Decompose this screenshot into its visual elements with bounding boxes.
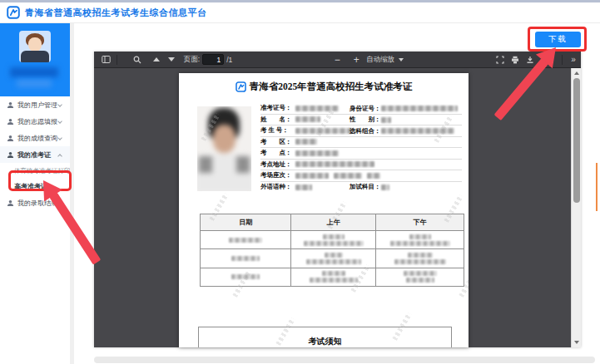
ticket-fields: 准考证号： 身份证号： 姓 名： 性 别： 考 生 号： 选科组合： 考 区： … bbox=[260, 103, 462, 193]
presentation-mode-button[interactable] bbox=[493, 53, 507, 66]
zoom-mode-label: 自动缩放 bbox=[366, 55, 394, 65]
sidebar-item-score-query[interactable]: 我的成绩查询 bbox=[0, 130, 70, 146]
fullscreen-icon bbox=[496, 56, 504, 64]
notice-title: 考试须知 bbox=[199, 336, 451, 347]
redacted-cell bbox=[376, 231, 464, 249]
download-file-button[interactable] bbox=[523, 53, 537, 66]
ticket-field-row: 姓 名： 性 别： bbox=[260, 115, 462, 126]
field-label: 考场座次： bbox=[260, 171, 295, 180]
zoom-in-button[interactable]: + bbox=[350, 53, 363, 66]
app-title: 青海省普通高校招生考试考生综合信息平台 bbox=[25, 7, 207, 19]
page-count: /1 bbox=[226, 56, 232, 64]
more-tools-button[interactable]: » bbox=[567, 53, 580, 66]
ticket-field-row: 考 区： bbox=[260, 137, 462, 149]
page-up-button[interactable] bbox=[150, 53, 163, 66]
sidebar-item-label: 我的志愿填报 bbox=[17, 117, 57, 126]
chevron-down-icon bbox=[57, 102, 62, 107]
field-label: 考 生 号： bbox=[260, 126, 295, 135]
field-label: 姓 名： bbox=[260, 116, 295, 124]
ticket-field-row: 考场座次： bbox=[260, 170, 462, 182]
sidebar-item-admission-ticket[interactable]: 我的准考证 bbox=[0, 146, 70, 163]
download-icon bbox=[526, 56, 534, 64]
field-label: 选科组合： bbox=[350, 127, 381, 135]
arrow-down-icon bbox=[168, 57, 175, 61]
field-label: 外语语种： bbox=[260, 183, 295, 191]
sidebar-menu: 我的用户管理 我的志愿填报 我的成绩查询 我的准考证 体育统考准考证打印 bbox=[0, 96, 70, 211]
print-button[interactable] bbox=[508, 53, 522, 66]
ticket-field-row: 外语语种： 加试科目： bbox=[260, 182, 462, 194]
zoom-mode-select[interactable]: 自动缩放 bbox=[370, 53, 399, 66]
redacted-value bbox=[295, 184, 312, 190]
field-label: 性 别： bbox=[350, 116, 381, 124]
page-input[interactable] bbox=[202, 54, 224, 65]
minus-icon: − bbox=[335, 54, 340, 66]
toolbar-separator bbox=[117, 55, 117, 65]
scrollbar-thumb[interactable] bbox=[573, 78, 580, 203]
avatar-face bbox=[28, 37, 42, 52]
ticket-field-row: 考点地址： bbox=[260, 160, 462, 171]
redacted-value bbox=[367, 173, 380, 179]
app-logo-icon bbox=[7, 6, 20, 19]
scroll-down-arrow[interactable] bbox=[574, 341, 579, 344]
print-icon bbox=[511, 56, 519, 64]
redacted-value bbox=[295, 173, 329, 179]
more-tools-icon: » bbox=[571, 55, 576, 64]
sidebar-item-label: 我的录取结果 bbox=[17, 199, 57, 208]
search-button[interactable] bbox=[131, 53, 144, 66]
sidebar-subitem-sports-ticket-print[interactable]: 体育统考准考证打印 bbox=[0, 163, 70, 179]
download-button[interactable]: 下载 bbox=[535, 32, 581, 47]
field-label: 身份证号： bbox=[350, 105, 381, 113]
redacted-value bbox=[295, 150, 339, 156]
user-icon bbox=[7, 151, 14, 159]
zoom-out-button[interactable]: − bbox=[330, 53, 344, 66]
bookmark-button[interactable] bbox=[544, 53, 558, 66]
caret-down-icon bbox=[399, 58, 404, 61]
plus-icon: + bbox=[354, 54, 360, 66]
sidebar-item-admission-result[interactable]: 我的录取结果 bbox=[0, 194, 70, 211]
horizontal-scrollbar[interactable] bbox=[94, 357, 595, 363]
pdf-toolbar: 页面: /1 − + 自动缩放 » bbox=[94, 52, 581, 68]
redacted-cell bbox=[201, 249, 291, 268]
redacted-cell bbox=[376, 249, 464, 268]
field-label: 考点地址： bbox=[260, 160, 295, 169]
user-icon bbox=[7, 118, 14, 125]
exam-notice-box: 考试须知 bbox=[198, 327, 452, 347]
sidebar-toggle-icon bbox=[102, 55, 111, 64]
chevron-down-icon bbox=[57, 135, 62, 140]
redacted-value bbox=[334, 173, 362, 179]
pdf-scrollbar[interactable] bbox=[571, 68, 581, 347]
profile-info-redacted bbox=[17, 80, 52, 87]
chevron-up-icon bbox=[57, 154, 62, 159]
ticket-field-row: 考 生 号： 选科组合： bbox=[260, 125, 462, 137]
sidebar-subitem-label: 体育统考准考证打印 bbox=[14, 167, 71, 175]
sidebar-item-user-management[interactable]: 我的用户管理 bbox=[0, 96, 70, 113]
ticket-title: 青海省2025年普通高校招生考试准考证 bbox=[250, 81, 413, 93]
field-label: 考 点： bbox=[260, 149, 295, 157]
redacted-value bbox=[295, 161, 374, 167]
scroll-up-arrow[interactable] bbox=[574, 71, 579, 75]
sidebar-scrollbar[interactable] bbox=[70, 23, 74, 364]
right-edge-marker bbox=[596, 163, 598, 211]
field-label: 考 区： bbox=[260, 138, 295, 146]
pdf-page: 青海省2025年普通高校招生考试准考证 准考证号： 身份证号： 姓 名： bbox=[179, 73, 469, 347]
ticket-field-row: 考 点： bbox=[260, 148, 462, 160]
search-icon bbox=[133, 56, 141, 64]
redacted-cell bbox=[291, 231, 376, 249]
sidebar-item-application[interactable]: 我的志愿填报 bbox=[0, 113, 70, 130]
redacted-value bbox=[295, 139, 317, 145]
field-label: 准考证号： bbox=[260, 104, 295, 112]
ticket-field-row: 准考证号： 身份证号： bbox=[260, 103, 462, 115]
page-label: 页面: bbox=[184, 55, 200, 65]
redacted-value bbox=[295, 116, 320, 122]
redacted-value bbox=[381, 184, 389, 190]
app-header: 青海省普通高校招生考试考生综合信息平台 bbox=[0, 2, 600, 23]
user-icon bbox=[7, 135, 14, 142]
sidebar-item-label: 我的准考证 bbox=[17, 150, 51, 160]
sidebar-subitem-label: 高考准考证 bbox=[14, 182, 47, 191]
redacted-value bbox=[381, 117, 391, 123]
bookmark-icon bbox=[548, 56, 555, 64]
sidebar-subitem-gaokao-ticket[interactable]: 高考准考证 bbox=[0, 179, 70, 194]
sidebar-toggle-button[interactable] bbox=[99, 53, 112, 66]
page-down-button[interactable] bbox=[165, 53, 178, 66]
toolbar-separator bbox=[562, 55, 563, 65]
